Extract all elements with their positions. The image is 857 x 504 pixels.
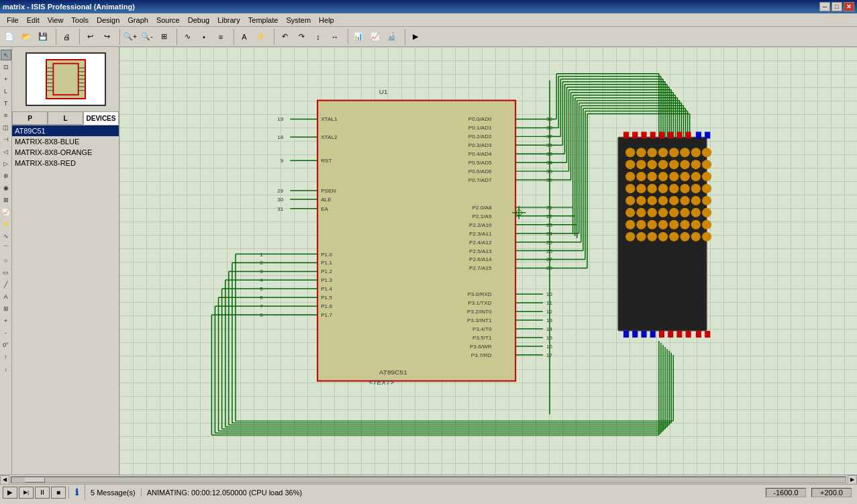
menu-edit[interactable]: Edit <box>23 15 44 26</box>
tb-rotate-l[interactable]: ↶ <box>276 29 293 45</box>
svg-point-298 <box>669 208 678 217</box>
lt-graph[interactable]: 📈 <box>1 207 11 217</box>
tb-sim3[interactable]: 🔬 <box>384 29 400 45</box>
tb-wire[interactable]: ∿ <box>179 29 195 45</box>
svg-text:P3.3/INT1: P3.3/INT1 <box>467 317 492 323</box>
lt-zoomout[interactable]: - <box>1 327 11 338</box>
tb-rotate-r[interactable]: ↷ <box>293 29 309 45</box>
menu-view[interactable]: View <box>44 15 68 26</box>
lt-heirarchical[interactable]: ▷ <box>1 158 11 169</box>
tb-bus[interactable]: ≡ <box>213 29 229 45</box>
tb-sim2[interactable]: 📈 <box>367 29 383 45</box>
lt-subcircuit[interactable]: ◫ <box>1 122 11 133</box>
sim-step-button[interactable]: ▶| <box>19 487 34 499</box>
device-item-at89c51[interactable]: AT89C51 <box>12 125 119 136</box>
lt-junction[interactable]: + <box>1 74 11 85</box>
lt-zoomin[interactable]: + <box>1 315 11 326</box>
lt-wire[interactable]: ∿ <box>1 231 11 242</box>
tb-zoom-all[interactable]: ⊞ <box>156 29 172 45</box>
device-item-matrix-red[interactable]: MATRIX-8X8-RED <box>12 158 119 168</box>
scroll-left-button[interactable]: ◀ <box>0 475 9 485</box>
menu-debug[interactable]: Debug <box>184 15 213 26</box>
lt-label[interactable]: L <box>1 86 11 97</box>
lt-circle[interactable]: ○ <box>1 255 11 266</box>
tb-zoom-in[interactable]: 🔍+ <box>122 29 138 45</box>
tb-sim1[interactable]: 📊 <box>350 29 366 45</box>
menu-system[interactable]: System <box>282 15 315 26</box>
menu-source[interactable]: Source <box>152 15 184 26</box>
menu-graph[interactable]: Graph <box>123 15 152 26</box>
tb-print[interactable]: 🖨 <box>58 29 74 45</box>
lt-up[interactable]: ↑ <box>1 352 11 362</box>
menu-file[interactable]: File <box>3 15 23 26</box>
tb-open[interactable]: 📂 <box>18 29 34 45</box>
menu-help[interactable]: Help <box>315 15 338 26</box>
lt-rect[interactable]: ▭ <box>1 267 11 278</box>
lt-bus[interactable]: ≡ <box>1 110 11 121</box>
lt-port[interactable]: ◁ <box>1 146 11 157</box>
lt-down[interactable]: ↓ <box>1 364 11 374</box>
svg-text:P1.6: P1.6 <box>321 303 332 309</box>
lt-symtext[interactable]: A <box>1 291 11 302</box>
scroll-thumb[interactable] <box>25 477 45 483</box>
device-item-matrix-orange[interactable]: MATRIX-8X8-ORANGE <box>12 147 119 158</box>
svg-point-283 <box>680 184 689 193</box>
menu-library[interactable]: Library <box>213 15 244 26</box>
menu-template[interactable]: Template <box>244 15 283 26</box>
tb-mirror-y[interactable]: ↔ <box>327 29 343 45</box>
svg-point-265 <box>658 160 668 169</box>
tb-new[interactable]: 📄 <box>1 29 17 45</box>
horizontal-scrollbar[interactable]: ◀ ▶ <box>0 474 857 484</box>
minimize-button[interactable]: ─ <box>819 2 830 11</box>
tb-mirror-x[interactable]: ↕ <box>310 29 326 45</box>
schematic-grid[interactable]: U1 AT89C51 <TEXT> 19 XTAL1 18 XTAL2 9 RS… <box>119 47 857 474</box>
schematic-canvas-area[interactable]: U1 AT89C51 <TEXT> 19 XTAL1 18 XTAL2 9 RS… <box>119 47 857 474</box>
lt-line[interactable]: ╱ <box>1 279 11 290</box>
lt-battery[interactable]: ⚡ <box>1 219 11 230</box>
device-item-matrix-blue[interactable]: MATRIX-8X8-BLUE <box>12 136 119 147</box>
svg-rect-253 <box>705 331 710 338</box>
tb-save[interactable]: 💾 <box>35 29 51 45</box>
lt-angle[interactable]: 0° <box>1 340 11 350</box>
sidebar-tab-p[interactable]: P <box>12 111 48 125</box>
tb-run[interactable]: ▶ <box>407 29 423 45</box>
svg-rect-236 <box>641 132 646 138</box>
sim-pause-button[interactable]: ⏸ <box>35 487 50 499</box>
tb-power[interactable]: ⚡ <box>253 29 269 45</box>
tb-junction[interactable]: • <box>196 29 212 45</box>
schematic-svg: U1 AT89C51 <TEXT> 19 XTAL1 18 XTAL2 9 RS… <box>119 47 857 474</box>
tb-label[interactable]: A <box>236 29 252 45</box>
close-button[interactable]: ✕ <box>844 2 854 11</box>
svg-text:P2.4/A12: P2.4/A12 <box>469 240 492 246</box>
info-icon: ℹ <box>69 485 85 501</box>
lt-tape[interactable]: ⊠ <box>1 195 11 205</box>
tb-zoom-out[interactable]: 🔍- <box>139 29 155 45</box>
sidebar-tab-devices[interactable]: DEVICES <box>83 111 119 125</box>
svg-point-259 <box>680 148 689 157</box>
sim-stop-button[interactable]: ■ <box>51 487 66 499</box>
svg-text:9: 9 <box>281 158 284 164</box>
scroll-track[interactable] <box>11 476 846 483</box>
device-list[interactable]: AT89C51 MATRIX-8X8-BLUE MATRIX-8X8-ORANG… <box>12 125 119 474</box>
lt-select[interactable]: ↖ <box>1 50 11 60</box>
scroll-right-button[interactable]: ▶ <box>848 475 857 485</box>
svg-text:P0.7/AD7: P0.7/AD7 <box>468 177 492 183</box>
lt-symbol[interactable]: ⊞ <box>1 303 11 314</box>
lt-component[interactable]: ⊡ <box>1 62 11 72</box>
lt-terminal[interactable]: ⊣ <box>1 134 11 145</box>
svg-point-308 <box>691 220 701 230</box>
lt-text[interactable]: T <box>1 98 11 109</box>
sidebar-tab-l[interactable]: L <box>48 111 83 125</box>
tb-redo[interactable]: ↪ <box>99 29 115 45</box>
sim-play-button[interactable]: ▶ <box>3 487 17 499</box>
svg-point-270 <box>625 172 635 181</box>
menu-tools[interactable]: Tools <box>67 15 93 26</box>
lt-probe[interactable]: ◉ <box>1 183 11 193</box>
svg-point-290 <box>669 196 678 205</box>
maximize-button[interactable]: □ <box>831 2 842 11</box>
svg-rect-248 <box>659 331 664 338</box>
lt-arc[interactable]: ⌒ <box>1 243 11 254</box>
lt-generator[interactable]: ⊕ <box>1 170 11 181</box>
menu-design[interactable]: Design <box>93 15 123 26</box>
tb-undo[interactable]: ↩ <box>82 29 98 45</box>
